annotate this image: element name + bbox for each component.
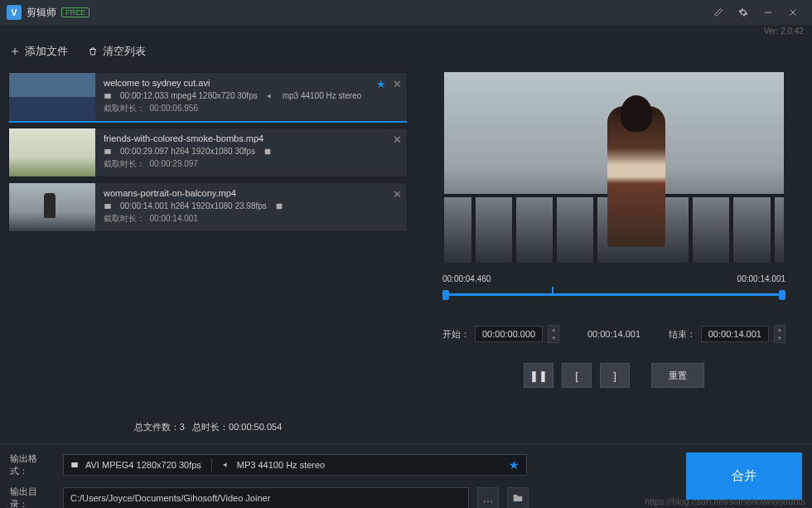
star-icon[interactable]: ★ <box>376 78 386 90</box>
close-button[interactable] <box>781 0 805 25</box>
file-thumbnail <box>9 128 95 177</box>
total-time: 00:00:14.001 <box>737 274 785 283</box>
mute-icon <box>275 202 283 210</box>
file-thumbnail <box>9 183 95 231</box>
video-preview[interactable] <box>444 72 784 263</box>
svg-rect-10 <box>71 462 78 467</box>
remove-file-button[interactable]: ✕ <box>393 133 402 146</box>
duration-display: 00:00:14.001 <box>587 329 640 339</box>
slider-start-handle[interactable] <box>442 290 449 300</box>
remove-file-button[interactable]: ✕ <box>393 78 402 90</box>
output-format-select[interactable]: AVI MPEG4 1280x720 30fps MP3 44100 Hz st… <box>63 454 527 476</box>
audio-icon <box>222 461 230 469</box>
audio-icon <box>266 92 274 100</box>
file-item[interactable]: friends-with-colored-smoke-bombs.mp400:0… <box>8 128 408 177</box>
film-icon <box>104 202 112 210</box>
file-item[interactable]: welcome to sydney cut.avi00:00:12.033 mp… <box>8 72 408 123</box>
file-name: womans-portrait-on-balcony.mp4 <box>104 188 399 198</box>
merge-button[interactable]: 合并 <box>686 452 802 500</box>
audio-meta: mp3 44100 Hz stereo <box>283 91 362 100</box>
version-label: Ver: 2.0.42 <box>0 25 812 37</box>
plus-icon <box>10 46 20 56</box>
film-icon <box>104 92 112 100</box>
film-icon <box>70 461 79 469</box>
edit-icon[interactable] <box>706 0 731 25</box>
clear-list-label: 清空列表 <box>103 44 146 59</box>
list-summary: 总文件数：3 总时长：00:00:50.054 <box>8 414 408 440</box>
preview-panel: 00:00:04.460 00:00:14.001 开始： 00:00:00.0… <box>416 65 812 440</box>
file-list: welcome to sydney cut.avi00:00:12.033 mp… <box>8 72 408 414</box>
open-folder-button[interactable] <box>507 487 529 508</box>
video-meta: 00:00:29.097 h264 1920x1080 30fps <box>120 147 255 156</box>
cut-label: 截取时长： <box>104 104 145 113</box>
mute-icon <box>263 148 272 156</box>
add-file-button[interactable]: 添加文件 <box>10 44 68 59</box>
cut-label: 截取时长： <box>104 159 145 168</box>
output-dir-input[interactable]: C:/Users/Joyce/Documents/Gihosoft/Video … <box>63 487 469 508</box>
end-label: 结束： <box>669 328 696 341</box>
trim-slider[interactable] <box>442 287 785 303</box>
file-list-panel: welcome to sydney cut.avi00:00:12.033 mp… <box>0 65 416 440</box>
video-meta: 00:00:12.033 mpeg4 1280x720 30fps <box>120 91 258 100</box>
file-name: welcome to sydney cut.avi <box>104 78 399 88</box>
watermark: https://blog.csdn.net/somehownodoubts <box>645 496 805 506</box>
current-time: 00:00:04.460 <box>442 274 491 283</box>
browse-button[interactable]: … <box>477 487 499 508</box>
folder-icon <box>512 492 524 504</box>
cut-label: 截取时长： <box>104 214 145 223</box>
toolbar: 添加文件 清空列表 <box>0 37 812 65</box>
add-file-label: 添加文件 <box>25 44 68 59</box>
trash-icon <box>88 46 98 56</box>
mark-out-button[interactable]: ] <box>600 363 630 388</box>
svg-rect-8 <box>104 204 111 209</box>
titlebar: V 剪辑师 FREE <box>0 0 812 25</box>
end-time-input[interactable]: 00:00:14.001 <box>701 326 769 342</box>
file-item[interactable]: womans-portrait-on-balcony.mp400:00:14.0… <box>8 182 408 232</box>
app-title: 剪辑师 <box>27 6 56 20</box>
minimize-button[interactable] <box>756 0 781 25</box>
format-label: 输出格式： <box>10 452 55 477</box>
end-stepper[interactable]: ▲▼ <box>774 325 785 343</box>
clear-list-button[interactable]: 清空列表 <box>88 44 146 59</box>
svg-rect-5 <box>104 94 111 99</box>
start-label: 开始： <box>442 328 470 341</box>
reset-button[interactable]: 重置 <box>651 363 704 388</box>
file-name: friends-with-colored-smoke-bombs.mp4 <box>104 133 399 143</box>
svg-rect-6 <box>104 149 111 154</box>
cut-value: 00:00:06.956 <box>150 104 198 113</box>
favorite-format-icon[interactable]: ★ <box>509 458 520 472</box>
svg-rect-7 <box>265 148 271 154</box>
cut-value: 00:00:29.097 <box>150 159 198 168</box>
free-badge: FREE <box>61 7 89 17</box>
film-icon <box>104 148 112 156</box>
video-meta: 00:00:14.001 h264 1920x1080 23.98fps <box>120 201 267 210</box>
dir-label: 输出目录： <box>10 486 55 508</box>
svg-rect-9 <box>276 203 282 209</box>
pause-button[interactable]: ❚❚ <box>524 363 553 388</box>
app-logo-icon: V <box>7 5 22 20</box>
gear-icon[interactable] <box>731 0 756 25</box>
cut-value: 00:00:14.001 <box>150 214 198 223</box>
start-stepper[interactable]: ▲▼ <box>548 325 559 343</box>
file-thumbnail <box>9 73 95 121</box>
remove-file-button[interactable]: ✕ <box>393 188 402 201</box>
slider-end-handle[interactable] <box>779 290 785 300</box>
mark-in-button[interactable]: [ <box>562 363 592 388</box>
start-time-input[interactable]: 00:00:00.000 <box>475 326 543 342</box>
